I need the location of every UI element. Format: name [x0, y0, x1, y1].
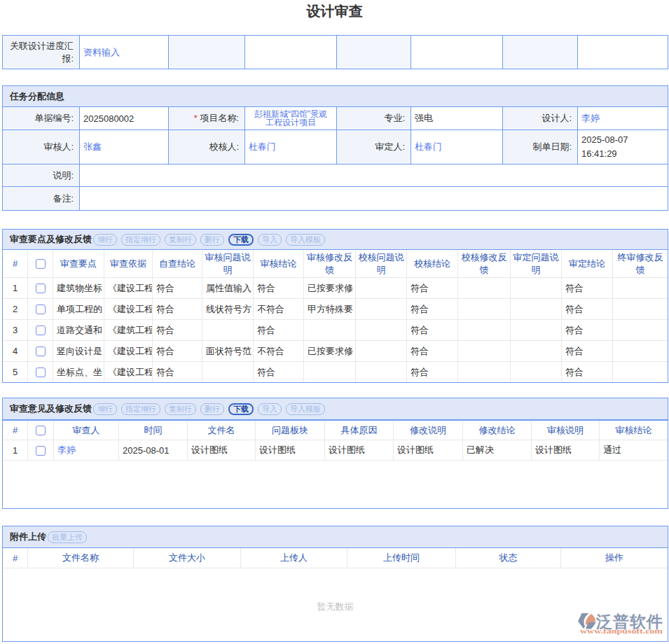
- svg-text:www.fanpusoft.com: www.fanpusoft.com: [580, 626, 663, 635]
